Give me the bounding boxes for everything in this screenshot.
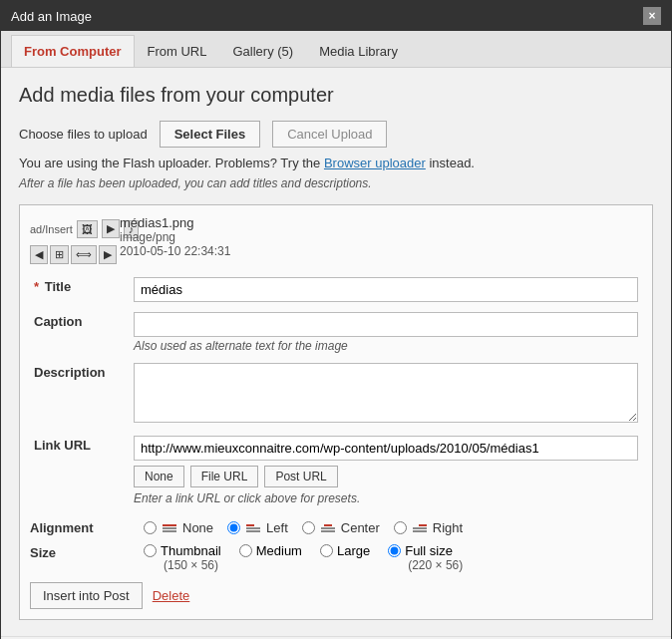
form-table: * Title Caption Also used as alternate t… [30,272,642,510]
page-heading: Add media files from your computer [19,84,653,107]
alignment-section: Alignment None [30,520,642,572]
dialog-content: Add media files from your computer Choos… [1,68,671,636]
choose-files-label: Choose files to upload [19,127,148,142]
tab-from-computer[interactable]: From Computer [11,35,135,67]
size-thumbnail-option: Thumbnail (150 × 56) [144,543,221,572]
image-tool-button[interactable]: 🖼 [77,220,98,238]
add-image-dialog: Add an Image × From Computer From URL Ga… [0,0,672,639]
alignment-label: Alignment [30,520,130,535]
browser-uploader-link[interactable]: Browser uploader [324,156,426,170]
align-none-option[interactable]: None [144,520,213,535]
link-hint: Enter a link URL or click above for pres… [134,491,638,505]
dialog-titlebar: Add an Image × [1,1,671,31]
upload-row: Choose files to upload Select Files Canc… [19,121,653,148]
flash-notice: You are using the Flash uploader. Proble… [19,156,653,170]
align-center-icon [321,524,335,532]
media-toolbar: ad/Insert 🖼 ▶ ♪ [30,215,110,242]
size-full-option: Full size (220 × 56) [388,543,463,572]
nav-left-button[interactable]: ◀ [30,245,48,264]
align-left-radio[interactable] [227,521,240,534]
caption-input[interactable] [134,312,638,337]
title-input-cell [130,272,642,307]
align-right-icon [413,524,427,532]
media-date: 2010-05-10 22:34:31 [120,244,230,258]
description-label-cell: Description [30,358,130,431]
link-post-button[interactable]: Post URL [264,466,337,487]
link-url-label-cell: Link URL [30,431,130,510]
tab-bar: From Computer From URL Gallery (5) Media… [1,31,671,68]
align-none-icon [163,524,176,532]
size-thumbnail-radio[interactable] [144,544,157,557]
link-file-button[interactable]: File URL [190,466,259,487]
media-info: médias1.png image/png 2010-05-10 22:34:3… [120,215,230,264]
size-thumbnail-dims: (150 × 56) [164,558,218,572]
link-url-input-cell: None File URL Post URL Enter a link URL … [130,431,642,510]
after-upload-note: After a file has been uploaded, you can … [19,176,653,190]
tab-media-library[interactable]: Media Library [306,35,411,67]
nav-resize-button[interactable]: ⊞ [50,245,69,264]
description-textarea[interactable] [134,363,638,423]
tab-from-url[interactable]: From URL [135,35,220,67]
nav-wide-button[interactable]: ⟺ [71,245,97,264]
media-mime: image/png [120,230,230,244]
alignment-row: Alignment None [30,520,642,535]
size-row: Size Thumbnail (150 × 56) [30,543,642,572]
align-left-icon [246,524,260,532]
action-row: Insert into Post Delete [30,582,642,609]
align-right-option[interactable]: Right [394,520,463,535]
description-row: Description [30,358,642,431]
caption-label-cell: Caption [30,307,130,358]
align-right-radio[interactable] [394,521,407,534]
link-preset-buttons: None File URL Post URL [134,466,638,487]
insert-into-post-button[interactable]: Insert into Post [30,582,143,609]
media-panel: ad/Insert 🖼 ▶ ♪ ◀ ⊞ ⟺ [19,204,653,620]
link-url-input[interactable] [134,436,638,461]
size-medium-option: Medium [239,543,302,572]
tab-gallery[interactable]: Gallery (5) [219,35,306,67]
size-large-radio[interactable] [320,544,333,557]
media-filename: médias1.png [120,215,230,230]
title-label-cell: * Title [30,272,130,307]
size-label: Size [30,543,130,560]
size-full-dims: (220 × 56) [408,558,463,572]
align-center-option[interactable]: Center [302,520,380,535]
upload-insert-label: ad/Insert [30,223,73,235]
align-center-radio[interactable] [302,521,315,534]
size-options: Thumbnail (150 × 56) Medium [144,543,463,572]
video-tool-icon: ▶ [107,222,115,234]
delete-link[interactable]: Delete [153,588,190,603]
dialog-close-button[interactable]: × [643,7,661,25]
size-large-option: Large [320,543,370,572]
video-tool-button[interactable]: ▶ [102,219,120,238]
size-medium-radio[interactable] [239,544,252,557]
title-row: * Title [30,272,642,307]
align-left-option[interactable]: Left [227,520,288,535]
link-none-button[interactable]: None [134,466,184,487]
link-url-row: Link URL None File URL Post URL Enter a … [30,431,642,510]
title-input[interactable] [134,277,638,302]
caption-input-cell: Also used as alternate text for the imag… [130,307,642,358]
select-files-button[interactable]: Select Files [160,121,261,148]
dialog-title: Add an Image [11,9,92,24]
caption-row: Caption Also used as alternate text for … [30,307,642,358]
cancel-upload-button[interactable]: Cancel Upload [272,121,387,148]
image-tool-icon: 🖼 [82,223,93,235]
nav-right-button[interactable]: ▶ [99,245,117,264]
description-input-cell [130,358,642,431]
size-full-radio[interactable] [388,544,401,557]
required-star: * [34,279,39,294]
caption-hint: Also used as alternate text for the imag… [134,339,638,353]
align-none-radio[interactable] [144,521,157,534]
